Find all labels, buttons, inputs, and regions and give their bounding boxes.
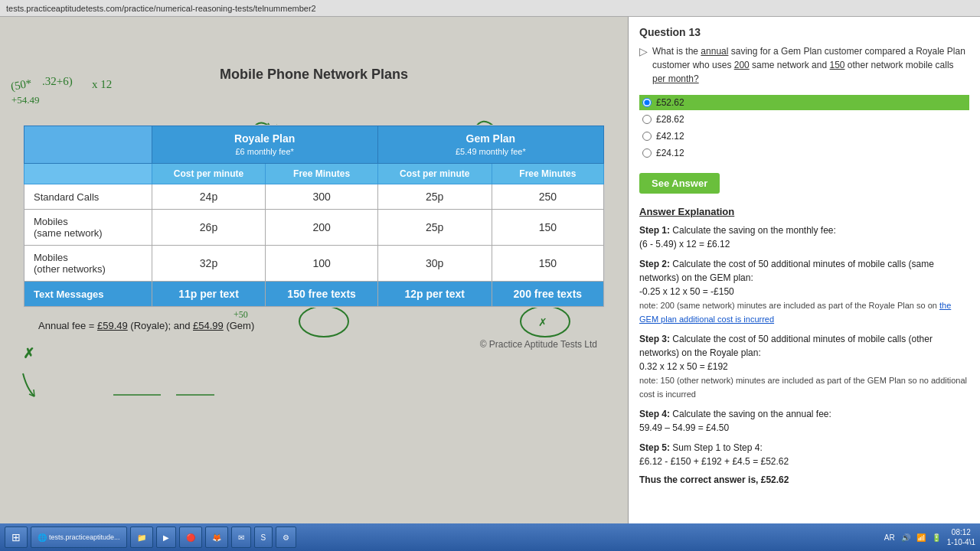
header-empty <box>24 126 152 164</box>
radio-option-2[interactable] <box>642 115 652 124</box>
start-button[interactable]: ⊞ <box>5 527 28 548</box>
table-row-text-messages: Text Messages 11p per text 150 free text… <box>24 282 604 307</box>
question-number: Question 13 <box>639 26 969 38</box>
taskbar-app2-button[interactable]: ⚙ <box>276 527 296 548</box>
left-panel: (50* .32+6) x 12 +54.49 ✗ ✓ 200 ) → +50 <box>0 17 628 523</box>
taskbar-email-button[interactable]: ✉ <box>231 527 251 548</box>
network-icon: 📶 <box>916 533 926 542</box>
row-gem-cost-other: 30p <box>377 246 492 282</box>
email-icon: ✉ <box>238 533 244 542</box>
explanation-title: Answer Explanation <box>639 206 969 217</box>
row-category-standard: Standard Calls <box>24 184 152 210</box>
option-label-1: £52.62 <box>656 97 684 108</box>
clock-date: 1-10-4\1 <box>947 537 975 547</box>
clock-time: 08:12 <box>947 527 975 537</box>
subheader-gem-free: Free Minutes <box>492 164 603 184</box>
data-table: Royale Plan £6 monthly fee* Gem Plan £5.… <box>23 125 605 308</box>
language-indicator: AR <box>884 533 895 542</box>
row-gem-cost-text: 12p per text <box>377 282 492 307</box>
arrow-icon: ▷ <box>639 45 648 86</box>
taskbar-skype-button[interactable]: S <box>254 527 273 548</box>
row-royale-free-standard: 300 <box>266 184 377 210</box>
taskbar-app1-button[interactable]: 🔴 <box>179 527 202 548</box>
option-label-4: £24.12 <box>656 148 684 158</box>
row-royale-cost-same: 26p <box>152 210 266 246</box>
taskbar-clock: 08:12 1-10-4\1 <box>947 527 975 547</box>
answer-option-3[interactable]: £42.12 <box>639 129 969 144</box>
media-icon: ▶ <box>163 533 169 542</box>
row-royale-cost-standard: 24p <box>152 184 266 210</box>
svg-text:+54.49: +54.49 <box>11 94 40 106</box>
question-text: What is the annual saving for a Gem Plan… <box>652 44 969 86</box>
row-gem-free-same: 150 <box>492 210 603 246</box>
subheader-gem-cost: Cost per minute <box>377 164 492 184</box>
row-category-text: Text Messages <box>24 282 152 307</box>
row-category-same: Mobiles(same network) <box>24 210 152 246</box>
question-area: ▷ What is the annual saving for a Gem Pl… <box>639 44 969 86</box>
table-row: Standard Calls 24p 300 25p 250 <box>24 184 604 210</box>
step-2: Step 2: Calculate the cost of 50 additio… <box>639 257 969 326</box>
annual-fee: Annual fee = £59.49 (Royale); and £54.99… <box>31 315 620 331</box>
folder-icon: 📁 <box>137 533 146 542</box>
subheader-empty <box>24 164 152 184</box>
taskbar-firefox-button[interactable]: 🦊 <box>205 527 228 548</box>
see-answer-button[interactable]: See Answer <box>639 173 720 194</box>
row-gem-free-text: 200 free texts <box>492 282 603 307</box>
table-row: Mobiles(other networks) 32p 100 30p 150 <box>24 246 604 282</box>
radio-option-1[interactable] <box>642 98 652 107</box>
taskbar-ie-button[interactable]: 🌐 tests.practiceaptitude... <box>31 527 127 548</box>
table-title: Mobile Phone Network Plans <box>220 60 408 90</box>
taskbar-right: AR 🔊 📶 🔋 08:12 1-10-4\1 <box>884 527 975 547</box>
row-royale-cost-text: 11p per text <box>152 282 266 307</box>
answer-option-2[interactable]: £28.62 <box>639 112 969 127</box>
app2-icon: ⚙ <box>283 533 289 542</box>
row-gem-cost-standard: 25p <box>377 184 492 210</box>
step-1: Step 1: Calculate the saving on the mont… <box>639 223 969 251</box>
volume-icon: 🔊 <box>901 533 910 542</box>
final-answer: Thus the correct answer is, £52.62 <box>639 474 969 485</box>
answer-explanation: Answer Explanation Step 1: Calculate the… <box>639 206 969 485</box>
table-subheader: Cost per minute Free Minutes Cost per mi… <box>24 164 604 184</box>
right-panel[interactable]: Question 13 ▷ What is the annual saving … <box>628 17 980 523</box>
row-gem-free-other: 150 <box>492 246 603 282</box>
row-royale-free-text: 150 free texts <box>266 282 377 307</box>
row-royale-cost-other: 32p <box>152 246 266 282</box>
row-royale-free-same: 200 <box>266 210 377 246</box>
radio-option-4[interactable] <box>642 148 652 158</box>
answer-options: £52.62 £28.62 £42.12 £24.12 <box>639 95 969 161</box>
ie-icon: 🌐 <box>38 533 47 542</box>
windows-icon: ⊞ <box>11 531 21 543</box>
browser-bar: tests.practiceaptitudetests.com/practice… <box>0 0 980 17</box>
taskbar: ⊞ 🌐 tests.practiceaptitude... 📁 ▶ 🔴 🦊 ✉ … <box>0 523 980 551</box>
step-4: Step 4: Calculate the saving on the annu… <box>639 407 969 435</box>
row-gem-free-standard: 250 <box>492 184 603 210</box>
subheader-royale-free: Free Minutes <box>266 164 377 184</box>
app1-icon: 🔴 <box>186 533 195 542</box>
option-label-2: £28.62 <box>656 114 684 125</box>
radio-option-3[interactable] <box>642 132 652 141</box>
row-category-other: Mobiles(other networks) <box>24 246 152 282</box>
battery-icon: 🔋 <box>932 533 941 542</box>
header-gem: Gem Plan £5.49 monthly fee* <box>377 126 603 164</box>
step-3: Step 3: Calculate the cost of 50 additio… <box>639 332 969 401</box>
browser-url: tests.practiceaptitudetests.com/practice… <box>6 4 316 13</box>
answer-option-4[interactable]: £24.12 <box>639 145 969 161</box>
row-royale-free-other: 100 <box>266 246 377 282</box>
taskbar-ie-label: tests.practiceaptitude... <box>49 533 120 541</box>
answer-option-1[interactable]: £52.62 <box>639 95 969 110</box>
step-5: Step 5: Sum Step 1 to Step 4: £6.12 - £1… <box>639 441 969 468</box>
table-row: Mobiles(same network) 26p 200 25p 150 <box>24 210 604 246</box>
skype-icon: S <box>261 533 266 542</box>
copyright: © Practice Aptitude Tests Ltd <box>23 331 605 354</box>
subheader-royale-cost: Cost per minute <box>152 164 266 184</box>
option-label-3: £42.12 <box>656 131 684 142</box>
firefox-icon: 🦊 <box>212 533 221 542</box>
taskbar-folder-button[interactable]: 📁 <box>130 527 153 548</box>
row-gem-cost-same: 25p <box>377 210 492 246</box>
taskbar-media-button[interactable]: ▶ <box>156 527 176 548</box>
table-header-plans: Royale Plan £6 monthly fee* Gem Plan £5.… <box>24 126 604 164</box>
header-royale: Royale Plan £6 monthly fee* <box>152 126 377 164</box>
